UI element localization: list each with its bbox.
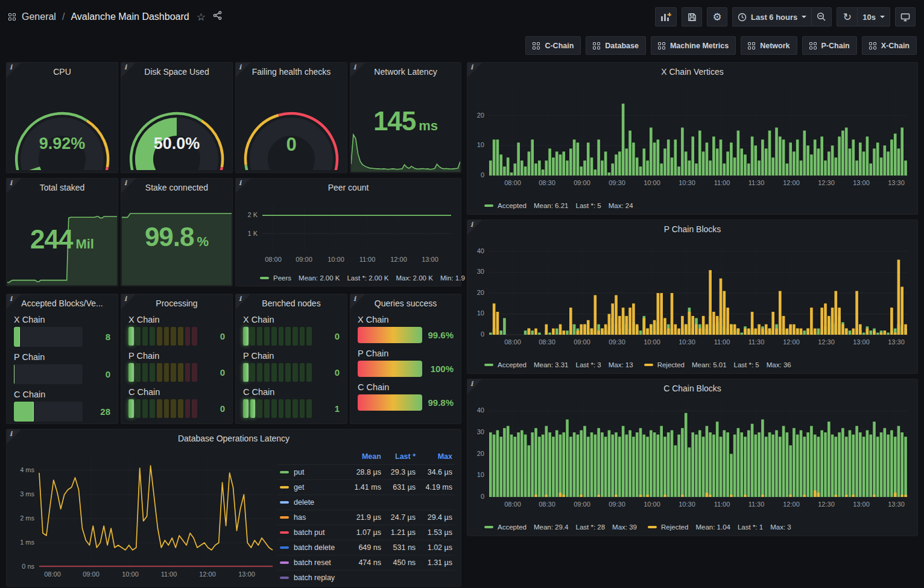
link-machine-metrics[interactable]: Machine Metrics (651, 36, 736, 55)
y-axis-tick: 0 ns (11, 563, 34, 570)
panel-title[interactable]: Total staked (21, 183, 103, 192)
legend-series-label[interactable]: get (277, 480, 347, 495)
panel-title[interactable]: Benched nodes (250, 299, 332, 308)
bargauge-value: 99.8% (422, 397, 454, 408)
panel-title[interactable]: Stake connected (136, 183, 218, 192)
breadcrumb-folder[interactable]: General (22, 11, 56, 22)
save-dashboard-button[interactable] (682, 7, 702, 27)
panel-info-icon[interactable]: i (467, 220, 482, 235)
panel-info-icon[interactable]: i (467, 379, 482, 394)
panel-title[interactable]: CPU (21, 67, 103, 77)
panel-info-icon[interactable]: i (236, 179, 250, 193)
cycle-view-button[interactable] (895, 7, 916, 27)
legend-table-cell: 1.02 µs (418, 540, 455, 555)
panel-info-icon[interactable]: i (7, 294, 21, 309)
time-range-button[interactable]: Last 6 hours (732, 7, 811, 27)
legend-series-label[interactable]: batch put (277, 525, 347, 540)
panel-title[interactable]: Disk Space Used (136, 67, 218, 77)
bargauge-label: C Chain (358, 382, 454, 392)
refresh-interval-button[interactable]: 10s (857, 7, 890, 27)
star-icon[interactable]: ☆ (197, 11, 206, 24)
legend-series-label[interactable]: has (277, 510, 347, 525)
x-axis-tick: 08:30 (531, 501, 563, 508)
lcd-cell (178, 363, 183, 382)
legend-series-label[interactable]: Accepted (498, 523, 527, 531)
panel-title[interactable]: P Chain Blocks (482, 224, 903, 234)
panel-title[interactable]: Failing health checks (250, 67, 332, 77)
panel-info-icon[interactable]: i (7, 63, 21, 77)
lcd-cell (264, 363, 270, 382)
panel-info-icon[interactable]: i (7, 429, 21, 444)
legend-series-label[interactable]: Peers (273, 274, 291, 282)
panel-info-icon[interactable]: i (121, 179, 136, 193)
legend-series-label[interactable]: Accepted (498, 361, 527, 368)
panel-info-icon[interactable]: i (236, 63, 250, 77)
panel-title[interactable]: Queries success (365, 299, 446, 308)
refresh-group: ↻ 10s (837, 7, 890, 27)
panel-title[interactable]: Peer count (250, 183, 446, 192)
apps-grid-icon[interactable] (8, 13, 16, 21)
link-x-chain[interactable]: X-Chain (862, 36, 917, 55)
legend-swatch (280, 501, 289, 504)
link-c-chain[interactable]: C-Chain (525, 36, 581, 55)
legend-series-label[interactable]: batch replay (277, 571, 347, 586)
x-axis-tick: 12:30 (811, 501, 842, 508)
legend-table-header[interactable]: Last * (384, 450, 418, 465)
clock-icon (738, 13, 747, 22)
panel-info-icon[interactable]: i (121, 294, 136, 309)
panel-info-icon[interactable]: i (350, 63, 365, 77)
bargauge-row: X Chain8 (14, 315, 110, 347)
panel-title[interactable]: X Chain Vertices (482, 67, 903, 77)
panel-info-icon[interactable]: i (350, 294, 365, 309)
legend-table-header[interactable]: Mean (347, 450, 384, 465)
lcd-cell (164, 399, 169, 418)
panel-title[interactable]: Accepted Blocks/Ve... (21, 299, 103, 308)
legend-series-label[interactable]: delete (277, 495, 347, 510)
legend-table-header[interactable]: Max (418, 450, 455, 465)
x-axis-tick: 11:00 (706, 338, 738, 346)
panel-info-icon[interactable]: i (467, 63, 482, 77)
legend-table-row: put28.8 µs29.3 µs34.6 µs (277, 465, 455, 480)
legend-series-label[interactable]: put (277, 465, 347, 480)
panel-info-icon[interactable]: i (7, 179, 21, 193)
bargauge-fill (14, 364, 14, 384)
panel-network-latency: i Network Latency 145ms (350, 62, 461, 173)
x-axis-tick: 09:30 (601, 338, 633, 346)
panel-info-icon[interactable]: i (236, 294, 250, 309)
legend-stat: Last *: 2.00 K (347, 274, 388, 282)
add-panel-button[interactable] (655, 7, 677, 27)
legend-series-label[interactable]: batch delete (277, 540, 347, 555)
legend-series-label[interactable]: Rejected (657, 361, 685, 368)
legend-series-label[interactable]: Accepted (498, 202, 527, 209)
zoom-out-button[interactable] (811, 7, 832, 27)
lcd-cell (250, 363, 256, 382)
refresh-button[interactable]: ↻ (837, 7, 857, 27)
legend-table-cell: 29.3 µs (384, 465, 418, 480)
y-axis-tick: 1 K (238, 230, 258, 237)
bargauge-value: 0 (197, 331, 225, 341)
y-axis-tick: 1 ms (11, 539, 34, 546)
link-p-chain[interactable]: P-Chain (802, 36, 857, 55)
legend-table-row: batch reset474 ns450 ns1.31 µs (277, 555, 455, 571)
panel-title[interactable]: C Chain Blocks (482, 384, 903, 393)
legend-table-row: has21.9 µs24.7 µs29.4 µs (277, 510, 455, 525)
lcd-cell (250, 399, 256, 418)
legend-table-cell (384, 495, 418, 510)
x-axis-tick: 13:00 (846, 179, 877, 186)
legend-series-label[interactable]: batch reset (277, 555, 347, 571)
share-icon[interactable] (213, 11, 222, 23)
db-latency-body: 0 ns1 ms2 ms3 ms4 ms08:0009:0010:0011:00… (11, 447, 456, 584)
panel-info-icon[interactable]: i (121, 63, 136, 77)
legend-table-row: batch delete649 ns531 ns1.02 µs (277, 540, 455, 555)
panel-title[interactable]: Processing (136, 299, 218, 308)
settings-button[interactable]: ⚙ (707, 7, 727, 27)
lcd-cell (128, 363, 134, 382)
link-database[interactable]: Database (586, 36, 646, 55)
panel-title[interactable]: Database Operations Latency (21, 434, 446, 443)
legend-series-label[interactable]: Rejected (661, 523, 688, 531)
y-axis-tick: 20 (471, 112, 484, 119)
lcd-cell (157, 399, 162, 418)
panel-title[interactable]: Network Latency (365, 67, 446, 77)
x-axis-tick: 08:00 (497, 338, 528, 346)
link-network[interactable]: Network (741, 36, 797, 55)
